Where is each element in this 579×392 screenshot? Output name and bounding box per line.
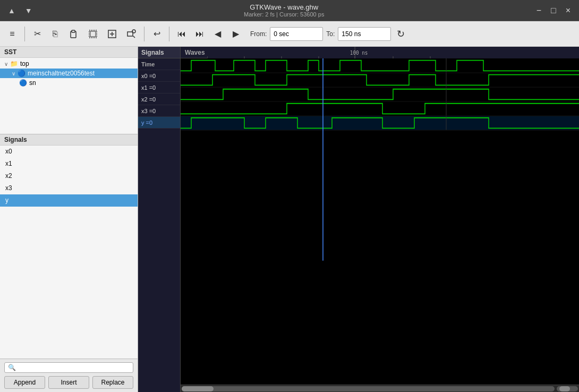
signal-wave-container: Signals Time x0 =0 x1 =0 x2 =0 x3 =0 — [138, 47, 579, 392]
time-range: From: To: — [250, 27, 391, 41]
right-panel: Signals Time x0 =0 x1 =0 x2 =0 x3 =0 — [138, 47, 579, 392]
waves-time-ruler: 100 ns — [207, 47, 579, 58]
hscroll-small-thumb[interactable] — [559, 386, 570, 391]
titlebar-center: GTKWave - wave.ghw Marker: 2 fs | Cursor… — [35, 3, 533, 18]
signal-item-y[interactable]: y — [0, 194, 138, 207]
titlebar-controls: − □ × — [533, 5, 574, 16]
refresh-button[interactable]: ↻ — [393, 25, 408, 42]
waves-canvas-area[interactable] — [181, 58, 579, 385]
minimize-button[interactable]: − — [533, 5, 544, 16]
left-panel: SST ∨ 📁 top ∨ 🔵 meinschaltnetz0056test 🔵 — [0, 47, 138, 392]
signals-header: Signals — [0, 134, 138, 146]
signals-list: x0 x1 x2 x3 y — [0, 146, 138, 359]
toolbar-separator-1 — [24, 27, 25, 41]
search-input[interactable] — [16, 364, 130, 371]
chevron-down-icon: ∨ — [4, 61, 8, 67]
search-wrap: 🔍 — [4, 362, 133, 373]
sst-item-label-2: meinschaltnetz0056test — [28, 70, 95, 77]
y-signal-row[interactable]: y =0 — [138, 117, 180, 129]
x0-signal-row[interactable]: x0 =0 — [138, 70, 180, 82]
select-all-icon — [88, 29, 98, 39]
sst-item-label: top — [20, 60, 29, 67]
to-label: To: — [326, 30, 335, 38]
zoom-fit-button[interactable] — [104, 25, 121, 42]
svg-point-8 — [132, 30, 135, 33]
signal-item-x3[interactable]: x3 — [0, 182, 138, 194]
maximize-button[interactable]: □ — [548, 5, 559, 16]
paste-icon — [69, 29, 79, 39]
window-subtitle: Marker: 2 fs | Cursor: 53600 ps — [35, 11, 533, 18]
hscroll-small[interactable] — [557, 386, 578, 391]
next-button[interactable]: ▶ — [228, 25, 244, 42]
signals-area: Signals x0 x1 x2 x3 y — [0, 134, 138, 359]
cut-button[interactable]: ✂ — [29, 25, 45, 42]
waveform-svg — [181, 58, 579, 385]
zoom-rect-button[interactable] — [123, 25, 140, 42]
svg-rect-3 — [90, 31, 96, 37]
action-buttons: Append Insert Replace — [4, 376, 133, 389]
window-title: GTKWave - wave.ghw — [35, 3, 533, 11]
from-input[interactable] — [270, 27, 323, 41]
signal-item-x2[interactable]: x2 — [0, 170, 138, 182]
sst-item-label-3: sn — [29, 79, 36, 87]
zoom-rect-icon — [126, 29, 136, 39]
toolbar: ≡ ✂ ⎘ ↩ ⏮ ⏭ ◀ ▶ From: To: — [0, 21, 579, 47]
signals-col-label: Signals — [141, 49, 164, 56]
sst-item-sn[interactable]: 🔵 sn — [0, 78, 138, 88]
from-label: From: — [250, 30, 267, 38]
x2-signal-row[interactable]: x2 =0 — [138, 93, 180, 105]
to-input[interactable] — [338, 27, 391, 41]
replace-button[interactable]: Replace — [92, 376, 133, 389]
waves-label: Waves — [181, 49, 207, 56]
toolbar-separator-3 — [169, 27, 169, 41]
module-icon-2: 🔵 — [19, 79, 27, 87]
toolbar-separator-2 — [144, 27, 144, 41]
hscroll-thumb[interactable] — [182, 386, 214, 391]
signal-names-column: Signals Time x0 =0 x1 =0 x2 =0 x3 =0 — [138, 47, 181, 392]
signals-col-header: Signals — [138, 47, 180, 58]
prev-button[interactable]: ◀ — [210, 25, 226, 42]
append-button[interactable]: Append — [4, 376, 45, 389]
sst-item-meinschaltnetz[interactable]: ∨ 🔵 meinschaltnetz0056test — [0, 69, 138, 78]
go-start-button[interactable]: ⏮ — [174, 25, 190, 42]
sst-tree: ∨ 📁 top ∨ 🔵 meinschaltnetz0056test 🔵 sn — [0, 58, 138, 89]
hscroll-bar[interactable] — [182, 386, 555, 391]
main-area: SST ∨ 📁 top ∨ 🔵 meinschaltnetz0056test 🔵 — [0, 47, 579, 392]
zoom-fit-icon — [107, 29, 117, 39]
menu-button[interactable]: ≡ — [4, 25, 20, 42]
hscroll-area — [181, 385, 579, 392]
time-signal-row: Time — [138, 58, 180, 70]
close-button[interactable]: × — [563, 5, 574, 16]
signal-item-x1[interactable]: x1 — [0, 158, 138, 170]
paste-button[interactable] — [65, 25, 82, 42]
waves-header-row: Waves 100 ns — [181, 47, 579, 58]
arrow-down-button[interactable]: ▼ — [22, 5, 35, 16]
x3-signal-row[interactable]: x3 =0 — [138, 105, 180, 117]
insert-button[interactable]: Insert — [48, 376, 89, 389]
waves-panel: Waves 100 ns — [181, 47, 579, 392]
copy-button[interactable]: ⎘ — [47, 25, 63, 42]
svg-rect-20 — [181, 58, 579, 385]
folder-icon: 📁 — [10, 60, 18, 67]
svg-text:100 ns: 100 ns — [350, 49, 368, 55]
chevron-down-icon-2: ∨ — [12, 71, 15, 76]
go-end-button[interactable]: ⏭ — [192, 25, 208, 42]
time-ruler-svg: 100 ns — [207, 47, 579, 58]
search-area: 🔍 Append Insert Replace — [0, 359, 138, 392]
sst-area: SST ∨ 📁 top ∨ 🔵 meinschaltnetz0056test 🔵 — [0, 47, 138, 134]
svg-rect-7 — [127, 32, 133, 36]
sst-header: SST — [0, 47, 138, 58]
search-icon: 🔍 — [8, 364, 16, 371]
svg-line-9 — [133, 36, 135, 38]
sst-item-top[interactable]: ∨ 📁 top — [0, 59, 138, 69]
undo-button[interactable]: ↩ — [149, 25, 165, 42]
module-icon: 🔵 — [18, 70, 25, 77]
select-all-button[interactable] — [84, 25, 101, 42]
arrow-up-button[interactable]: ▲ — [5, 5, 18, 16]
svg-rect-1 — [72, 30, 75, 32]
signal-item-x0[interactable]: x0 — [0, 146, 138, 158]
x1-signal-row[interactable]: x1 =0 — [138, 82, 180, 93]
titlebar-left: ▲ ▼ — [5, 5, 35, 16]
titlebar: ▲ ▼ GTKWave - wave.ghw Marker: 2 fs | Cu… — [0, 0, 579, 21]
